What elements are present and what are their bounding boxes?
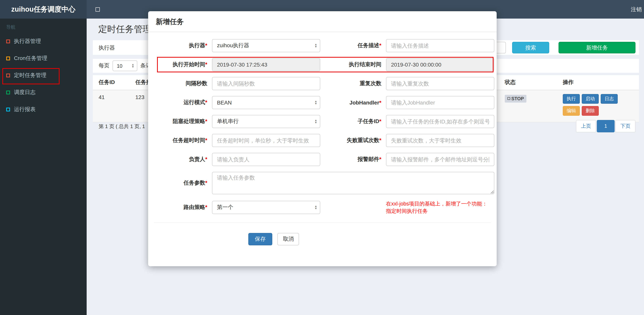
page-title: 定时任务管理 [98,23,152,35]
owner-input[interactable] [212,153,320,166]
actions-row-1: 执行 启动 日志 [563,94,639,104]
timeout-label: 任务超时时间* [154,137,212,144]
fail-retry-input[interactable] [386,134,494,147]
page-size-select[interactable]: 10 ▲▼ [112,60,137,71]
form-row-job-param: 任务参数* [154,172,497,194]
start-button[interactable]: 启动 [582,94,599,104]
scale-wrapper: zuihou任务调度中心 注销 导航 执行器管理 Cron任务管理 定时任务管理… [0,0,644,315]
end-time-input[interactable] [386,58,494,71]
job-handler-label: JobHandler* [320,99,386,106]
job-handler-input[interactable] [386,96,494,109]
form-row-glue-type: 运行模式* BEAN ▲▼ JobHandler* [154,96,497,109]
cancel-button[interactable]: 取消 [278,233,299,245]
feature-note: 在xxl-jobs项目的基础上，新增了一个功能： 指定时间执行任务 [386,200,497,215]
modal-title: 新增任务 [156,17,489,26]
route-strategy-select[interactable]: 第一个 ▲▼ [212,201,320,214]
edit-button[interactable]: 编辑 [563,106,580,116]
current-page-button[interactable]: 1 [597,120,614,132]
executor-label: 执行器* [154,42,212,49]
end-time-label: 执行结束时间 [320,61,386,68]
sidebar-section-label: 导航 [0,19,87,33]
form-row-executor: 执行器* zuihou执行器 ▲▼ 任务描述* [154,39,497,52]
cell-status: STOP [499,90,557,122]
select-arrows-icon: ▲▼ [314,119,317,124]
executor-filter-label: 执行器 [99,40,115,55]
status-badge: STOP [505,95,526,102]
actions-row-2: 编辑 删除 [563,106,639,116]
add-task-modal: 新增任务 执行器* zuihou执行器 ▲▼ 任务描述* [148,11,497,266]
alarm-email-label: 报警邮件* [320,156,386,163]
select-arrows-icon: ▲▼ [132,64,134,68]
cell-actions: 执行 启动 日志 编辑 删除 [557,90,639,122]
form-row-block-strategy: 阻塞处理策略* 单机串行 ▲▼ 子任务ID* [154,115,497,128]
sidebar-item-cron-task-management[interactable]: Cron任务管理 [0,50,87,67]
glue-type-select[interactable]: BEAN ▲▼ [212,96,320,109]
timeout-input[interactable] [212,134,320,147]
add-task-button[interactable]: 新增任务 [558,42,636,53]
repeat-count-input[interactable] [386,77,494,90]
sidebar-item-label: 运行报表 [14,106,36,113]
form-row-owner: 负责人* 报警邮件* [154,153,497,166]
start-time-input[interactable] [212,58,320,71]
square-icon [6,57,10,60]
pager: 上页 1 下页 [576,120,636,132]
owner-label: 负责人* [154,156,212,163]
sidebar-item-label: 调度日志 [14,89,36,96]
next-page-button[interactable]: 下页 [616,120,636,132]
child-job-label: 子任务ID* [320,118,386,125]
square-icon [6,40,10,43]
form-row-route-strategy: 路由策略* 第一个 ▲▼ 在xxl-jobs项目的基础上，新增了一个功能： 指定… [154,200,497,215]
log-button[interactable]: 日志 [601,94,618,104]
job-param-label: 任务参数* [154,180,212,187]
select-arrows-icon: ▲▼ [314,100,317,105]
sidebar-toggle-button[interactable] [90,0,105,19]
repeat-count-label: 重复次数 [320,80,386,87]
feature-note-line1: 在xxl-jobs项目的基础上，新增了一个功能： [386,200,497,207]
child-job-input[interactable] [386,115,494,128]
run-button[interactable]: 执行 [563,94,580,104]
modal-header: 新增任务 [148,11,497,32]
job-desc-input[interactable] [386,39,494,52]
stop-icon [508,97,510,100]
sidebar-item-label: 定时任务管理 [14,72,46,79]
delete-button[interactable]: 删除 [582,106,599,116]
search-button[interactable]: 搜索 [512,42,549,53]
modal-footer: 保存 取消 [154,223,497,245]
select-arrows-icon: ▲▼ [314,205,317,210]
alarm-email-input[interactable] [386,153,494,166]
block-strategy-select[interactable]: 单机串行 ▲▼ [212,115,320,128]
modal-body: 执行器* zuihou执行器 ▲▼ 任务描述* 执行开始时间* [148,32,497,245]
page-size-prefix: 每页 [99,62,110,69]
form-row-interval: 间隔秒数 重复次数 [154,77,497,90]
save-button[interactable]: 保存 [248,233,272,245]
page-size-value: 10 [117,63,122,69]
start-time-label: 执行开始时间* [154,61,212,68]
sidebar-item-dispatch-log[interactable]: 调度日志 [0,84,87,101]
sidebar-item-scheduled-task-management[interactable]: 定时任务管理 [0,67,87,84]
brand-logo[interactable]: zuihou任务调度中心 [0,0,87,19]
square-icon [6,108,10,111]
cell-task-id: 41 [93,90,130,122]
header-status: 状态 [499,75,557,90]
form-row-timeout: 任务超时时间* 失败重试次数* [154,134,497,147]
job-param-textarea[interactable] [212,172,494,194]
square-icon [6,74,10,77]
fail-retry-label: 失败重试次数* [320,137,386,144]
prev-page-button[interactable]: 上页 [576,120,596,132]
interval-input[interactable] [212,77,320,90]
executor-select[interactable]: zuihou执行器 ▲▼ [212,39,320,52]
form-row-time-range: 执行开始时间* 执行结束时间 [154,58,497,71]
interval-label: 间隔秒数 [154,80,212,87]
sidebar: 导航 执行器管理 Cron任务管理 定时任务管理 调度日志 运行报表 [0,19,87,315]
square-icon [6,91,10,94]
header-actions: 操作 [557,75,639,90]
sidebar-item-run-report[interactable]: 运行报表 [0,101,87,118]
logout-link[interactable]: 注销 [626,0,644,19]
sidebar-item-executor-management[interactable]: 执行器管理 [0,33,87,50]
header-task-id: 任务ID [93,75,130,90]
app-window: zuihou任务调度中心 注销 导航 执行器管理 Cron任务管理 定时任务管理… [0,0,644,315]
sidebar-toggle-icon [95,7,100,12]
sidebar-item-label: 执行器管理 [14,38,41,45]
pagination-summary: 第 1 页 ( 总共 1 页, 1 [99,123,145,130]
block-strategy-label: 阻塞处理策略* [154,118,212,125]
